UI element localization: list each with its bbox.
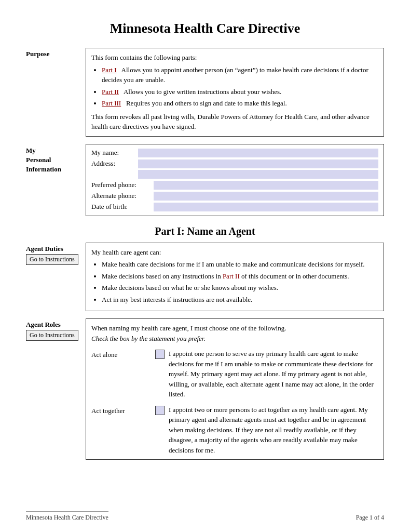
name-input[interactable] [138, 149, 378, 157]
name-row: My name: [91, 149, 378, 157]
purpose-item-1: Part I Allows you to appoint another per… [102, 65, 378, 85]
dob-input[interactable] [154, 203, 378, 211]
part-iii-text: Requires you and others to sign and date… [126, 99, 287, 107]
agent-duty-1: Make health care decisions for me if I a… [102, 259, 378, 270]
agent-duties-intro: My health care agent can: [91, 248, 161, 256]
address-row: Address: [91, 159, 378, 179]
part-i-link[interactable]: Part I [102, 66, 117, 74]
footer-left-text: Minnesota Health Care Directive [26, 514, 108, 521]
agent-duties-content: My health care agent can: Make health ca… [86, 243, 384, 312]
dob-label: Date of birth: [91, 203, 154, 211]
purpose-content: This form contains the following parts: … [86, 48, 384, 137]
part1-heading: Part I: Name an Agent [26, 225, 384, 237]
agent-roles-goto-btn[interactable]: Go to Instructions [26, 330, 78, 341]
agent-roles-content: When naming my health care agent, I must… [86, 318, 384, 460]
footer-left: Minnesota Health Care Directive [26, 511, 108, 522]
part-i-text: Allows you to appoint another person (an… [102, 66, 368, 84]
alternate-phone-label: Alternate phone: [91, 192, 154, 200]
address-inputs [138, 159, 378, 179]
agent-duties-label: Agent Duties [26, 245, 63, 253]
alternate-phone-input[interactable] [154, 192, 378, 201]
agent-roles-label: Agent Roles [26, 321, 61, 329]
part-ii-text: Allows you to give written instructions … [124, 88, 281, 96]
act-alone-checkbox[interactable] [155, 350, 165, 359]
act-together-label: Act together [91, 405, 151, 416]
agent-roles-label-col: Agent Roles Go to Instructions [26, 318, 86, 460]
agent-duty-2: Make decisions based on any instructions… [102, 271, 378, 282]
part-ii-link[interactable]: Part II [102, 88, 119, 96]
preferred-phone-row: Preferred phone: [91, 181, 378, 190]
act-together-text: I appoint two or more persons to act tog… [169, 405, 378, 456]
act-together-checkbox[interactable] [155, 406, 165, 415]
agent-duties-list: Make health care decisions for me if I a… [102, 259, 378, 304]
personal-info-label: My Personal Information [26, 144, 86, 216]
footer-right: Page 1 of 4 [356, 514, 384, 522]
agent-duties-section: Agent Duties Go to Instructions My healt… [26, 243, 384, 312]
act-alone-row: Act alone I appoint one person to serve … [91, 349, 378, 400]
footer: Minnesota Health Care Directive Page 1 o… [26, 511, 384, 522]
act-alone-label: Act alone [91, 349, 151, 360]
page-title: Minnesota Health Care Directive [26, 21, 384, 36]
dob-row: Date of birth: [91, 203, 378, 211]
purpose-item-3: Part III Requires you and others to sign… [102, 98, 378, 109]
name-label: My name: [91, 149, 138, 157]
preferred-phone-label: Preferred phone: [91, 181, 154, 189]
personal-info-section: My Personal Information My name: Address… [26, 144, 384, 216]
page: Minnesota Health Care Directive Purpose … [0, 0, 410, 532]
agent-roles-section: Agent Roles Go to Instructions When nami… [26, 318, 384, 460]
alternate-phone-row: Alternate phone: [91, 192, 378, 201]
agent-duty-4: Act in my best interests if instructions… [102, 295, 378, 305]
purpose-label: Purpose [26, 48, 86, 58]
purpose-item-2: Part II Allows you to give written instr… [102, 87, 378, 97]
act-together-content: I appoint two or more persons to act tog… [155, 405, 378, 456]
preferred-phone-input[interactable] [154, 181, 378, 190]
agent-roles-intro: When naming my health care agent, I must… [91, 323, 378, 343]
part-iii-link[interactable]: Part III [102, 99, 121, 107]
address-input-line1[interactable] [138, 159, 378, 168]
footer-right-text: Page 1 of 4 [356, 514, 384, 521]
address-label: Address: [91, 159, 138, 168]
check-instruction: Check the box by the statement you prefe… [91, 335, 206, 342]
agent-duties-goto-btn[interactable]: Go to Instructions [26, 254, 78, 265]
act-alone-content: I appoint one person to serve as my prim… [155, 349, 378, 400]
agent-duties-label-col: Agent Duties Go to Instructions [26, 243, 86, 312]
personal-info-content: My name: Address: Preferred phone: Alter… [86, 144, 384, 216]
act-alone-text: I appoint one person to serve as my prim… [169, 349, 378, 400]
revoke-text: This form revokes all past living wills,… [91, 112, 378, 132]
purpose-list: Part I Allows you to appoint another per… [102, 65, 378, 109]
act-together-row: Act together I appoint two or more perso… [91, 405, 378, 456]
address-input-line2[interactable] [138, 170, 378, 179]
purpose-section: Purpose This form contains the following… [26, 48, 384, 137]
purpose-intro: This form contains the following parts: [91, 54, 197, 61]
agent-duty-3: Make decisions based on what he or she k… [102, 283, 378, 293]
part-ii-ref: Part II [223, 272, 240, 280]
